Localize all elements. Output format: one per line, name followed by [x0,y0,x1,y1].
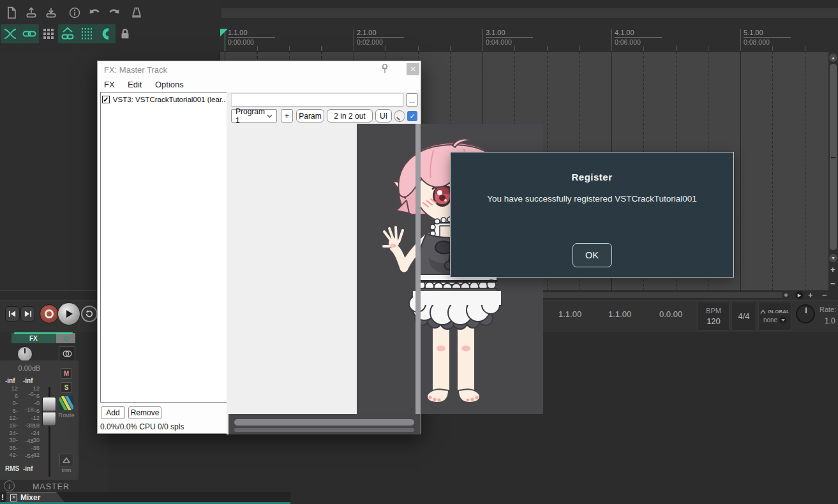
meter-scale-left: 1260-6-12-18-24-30-36-42- [1,385,18,459]
scroll-up-button[interactable]: ▲ [829,54,837,62]
master-fader-handle[interactable] [42,397,56,426]
undo-button[interactable] [86,5,103,20]
project-info-button[interactable] [66,5,84,20]
add-program-button[interactable]: + [281,109,293,122]
master-mute-button[interactable]: M [61,368,72,379]
auto-crossfade-toggle[interactable] [1,24,20,43]
register-ok-button[interactable]: OK [572,243,612,267]
go-to-end-button[interactable] [20,306,35,322]
fx-window-titlebar[interactable]: FX: Master Track ✕ [98,61,421,78]
fx-enable-checkbox[interactable]: ✓ [407,111,417,121]
v-scrollbar-thumb[interactable] [830,64,837,250]
master-trim-button[interactable] [59,454,73,466]
fx-list-item[interactable]: ✓ VST3: VSTCrackTutorial001 (lear... [102,94,226,105]
master-fx-button[interactable]: FX [11,332,75,343]
zoom-out-horizontal-button[interactable]: − [822,292,827,299]
vertical-scrollbar[interactable]: ▲ ▼ + − [828,51,838,290]
plugin-enabled-checkbox[interactable]: ✓ [102,96,110,103]
menu-fx[interactable]: FX [99,78,120,91]
bpm-value[interactable]: 120 [707,316,721,326]
param-button[interactable]: Param [296,109,324,122]
fx-button-label: FX [11,333,56,343]
rate-label: Rate: [819,306,836,313]
scroll-right-button[interactable]: ▶ [795,291,804,299]
program-select[interactable]: Program 1 [231,109,277,122]
stereo-width-icon [62,350,73,358]
rate-value[interactable]: 1.0 [825,316,835,325]
menu-edit[interactable]: Edit [123,78,147,91]
wet-dry-knob[interactable] [394,110,405,122]
record-button[interactable] [40,304,59,323]
pin-window-button[interactable] [380,63,390,75]
ruler-time-label: 0:06.000 [615,38,662,46]
bpm-label: BPM [706,307,721,315]
grid-snap-toggle[interactable] [77,24,96,43]
preset-name-field[interactable] [231,93,403,107]
ruler-bar-label: 4.1.00 [615,29,662,38]
play-button[interactable] [57,302,80,325]
ruler-bar-label: 1.1.00 [228,29,275,38]
arrange-top-scroll-strip[interactable] [221,8,838,19]
selection-end-value[interactable]: 1.1.00 [608,309,631,319]
repeat-button[interactable] [81,306,98,322]
meter-scale-value: 12 [1,385,18,392]
plugin-item-label: VST3: VSTCrackTutorial001 (lear... [113,96,226,103]
bpm-box[interactable]: BPM 120 [698,302,730,330]
envelope-move-toggle[interactable] [58,24,77,43]
metronome-button[interactable] [128,5,146,20]
close-window-button[interactable]: ✕ [407,63,419,75]
global-automation-box[interactable]: GLOBAL none [758,302,791,330]
plugin-horizontal-scrollbar-2[interactable] [234,428,414,432]
master-width-button[interactable] [59,346,75,361]
redo-button[interactable] [105,5,123,20]
new-project-button[interactable] [3,5,20,20]
master-route-button[interactable] [59,396,73,410]
rms-value: -inf [23,465,33,472]
power-icon [63,335,70,342]
plugin-horizontal-scrollbar[interactable] [234,419,414,426]
master-gain-value[interactable]: 0.00dB [0,364,59,372]
master-track-name[interactable]: MASTER [26,482,77,491]
edit-cursor-flag[interactable] [220,29,228,36]
playrate-knob[interactable] [796,304,815,323]
ui-button[interactable]: UI [375,109,392,122]
master-solo-button[interactable]: S [61,382,72,393]
trim-icon [63,457,70,463]
scroll-down-button[interactable]: ▼ [829,254,837,262]
open-project-button[interactable] [22,5,40,20]
zoom-in-horizontal-button[interactable]: + [808,292,813,299]
menu-options[interactable]: Options [150,78,189,91]
fx-button-green-line [14,332,73,334]
meter-scale-value: -0 [24,399,40,407]
go-to-start-button[interactable] [5,306,20,322]
fx-enable-power-button[interactable] [56,333,75,343]
play-icon [64,309,73,318]
selection-start-value[interactable]: 1.1.00 [558,309,581,319]
magnet-icon [98,26,114,41]
preset-browse-button[interactable]: ... [406,93,418,107]
save-project-button[interactable] [42,5,60,20]
snapping-toggle[interactable] [96,24,116,43]
zoom-out-vertical-button[interactable]: − [830,281,835,287]
fx-plugin-list[interactable]: ✓ VST3: VSTCrackTutorial001 (lear... [100,92,228,403]
zoom-in-vertical-button[interactable]: + [830,267,835,273]
meter-scale-value: -24 [24,429,40,437]
item-grouping-toggle[interactable] [20,24,39,43]
master-info-icon[interactable]: i [4,480,15,491]
remove-fx-button[interactable]: Remove [128,406,161,419]
meter-scale-value: 12- [1,414,18,422]
locking-toggle[interactable] [116,24,135,43]
pushpin-icon [380,63,390,75]
tab-mixer[interactable]: ✕ Mixer [6,492,65,503]
timeline-ruler[interactable]: 1.1.000:00.0002.1.000:02.0003.1.000:04.0… [220,18,838,51]
plugin-vertical-scrollbar[interactable] [415,124,421,414]
ripple-edit-toggle[interactable] [39,24,58,43]
time-signature-box[interactable]: 4/4 [731,302,756,330]
selection-length-value[interactable]: 0.0.00 [659,309,682,319]
automation-icon [760,309,766,315]
master-pan-knob[interactable] [17,346,33,362]
grid-dots-icon [41,26,56,41]
io-button[interactable]: 2 in 2 out [327,109,373,122]
close-tab-icon[interactable]: ✕ [10,494,17,501]
add-fx-button[interactable]: Add [101,406,125,419]
